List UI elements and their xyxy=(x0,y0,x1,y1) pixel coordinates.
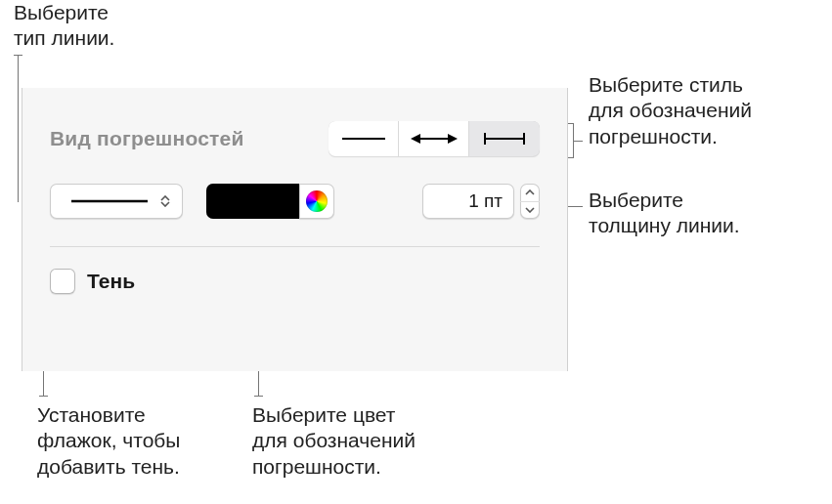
divider xyxy=(50,246,540,247)
callout-color-picker: Выберите цвет для обозначений погрешност… xyxy=(252,402,416,480)
stepper-up[interactable] xyxy=(520,184,540,201)
section-title: Вид погрешностей xyxy=(50,127,313,150)
line-color-control xyxy=(206,184,334,219)
leader-tick xyxy=(39,396,48,397)
line-width-stepper xyxy=(520,184,540,219)
color-swatch[interactable] xyxy=(206,184,300,219)
leader-line xyxy=(567,206,583,207)
stepper-down[interactable] xyxy=(520,201,540,220)
shadow-label: Тень xyxy=(87,270,135,293)
error-bar-style-segmented xyxy=(328,121,540,156)
chevron-updown-icon xyxy=(157,195,173,207)
callout-error-bar-style: Выберите стиль для обозначений погрешнос… xyxy=(589,72,752,149)
color-wheel-icon xyxy=(306,190,328,212)
row-line-settings: 1 пт xyxy=(50,184,540,219)
svg-marker-3 xyxy=(448,134,458,144)
row-error-bar-style: Вид погрешностей xyxy=(50,121,540,156)
leader-tick xyxy=(14,55,22,56)
leader-tick xyxy=(254,396,263,397)
svg-marker-2 xyxy=(411,134,420,144)
callout-line-type: Выберите тип линии. xyxy=(14,0,114,52)
color-picker-button[interactable] xyxy=(299,184,334,219)
error-bars-panel: Вид погрешностей xyxy=(22,88,568,371)
row-shadow: Тень xyxy=(50,269,540,294)
callout-line-width: Выберите толщину линии. xyxy=(589,188,740,239)
line-width-field[interactable]: 1 пт xyxy=(422,184,514,219)
segment-plain-line[interactable] xyxy=(328,121,399,156)
line-type-popup[interactable] xyxy=(50,184,183,219)
segment-arrow-ends[interactable] xyxy=(399,121,469,156)
line-type-preview xyxy=(62,197,157,205)
shadow-checkbox[interactable] xyxy=(50,269,75,294)
segment-tee-ends[interactable] xyxy=(469,121,540,156)
leader-line xyxy=(18,55,19,202)
line-width-control: 1 пт xyxy=(422,184,540,219)
callout-shadow-checkbox: Установите флажок, чтобы добавить тень. xyxy=(37,402,180,480)
